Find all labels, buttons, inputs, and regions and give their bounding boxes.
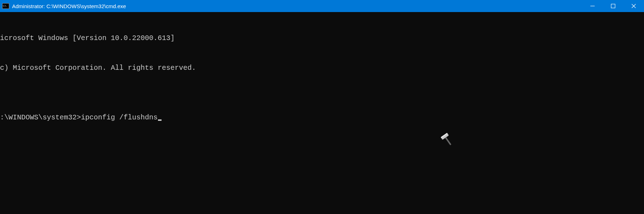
close-button[interactable] [623,0,644,12]
window-controls [582,0,644,12]
svg-rect-5 [441,133,449,140]
minimize-button[interactable] [582,0,603,12]
window-titlebar[interactable]: C:\. Administrator: C:\WINDOWS\system32\… [0,0,644,12]
window-title: Administrator: C:\WINDOWS\system32\cmd.e… [12,3,126,9]
svg-rect-4 [444,136,451,145]
close-icon [631,4,636,9]
maximize-icon [611,4,616,9]
text-cursor [158,119,162,121]
copyright-line: c) Microsoft Corporation. All rights res… [0,63,644,73]
version-line: icrosoft Windows [Version 10.0.22000.613… [0,33,644,43]
maximize-button[interactable] [603,0,623,12]
titlebar-left: C:\. Administrator: C:\WINDOWS\system32\… [0,3,126,9]
svg-rect-1 [611,4,615,8]
svg-rect-6 [441,133,448,138]
hammer-cursor-icon [438,131,456,151]
prompt-path: :\WINDOWS\system32> [0,113,81,123]
minimize-icon [590,4,595,9]
typed-command: ipconfig /flushdns [81,113,158,123]
terminal-output[interactable]: icrosoft Windows [Version 10.0.22000.613… [0,12,644,133]
command-prompt-line: :\WINDOWS\system32>ipconfig /flushdns [0,113,644,123]
cmd-app-icon: C:\. [2,3,9,9]
